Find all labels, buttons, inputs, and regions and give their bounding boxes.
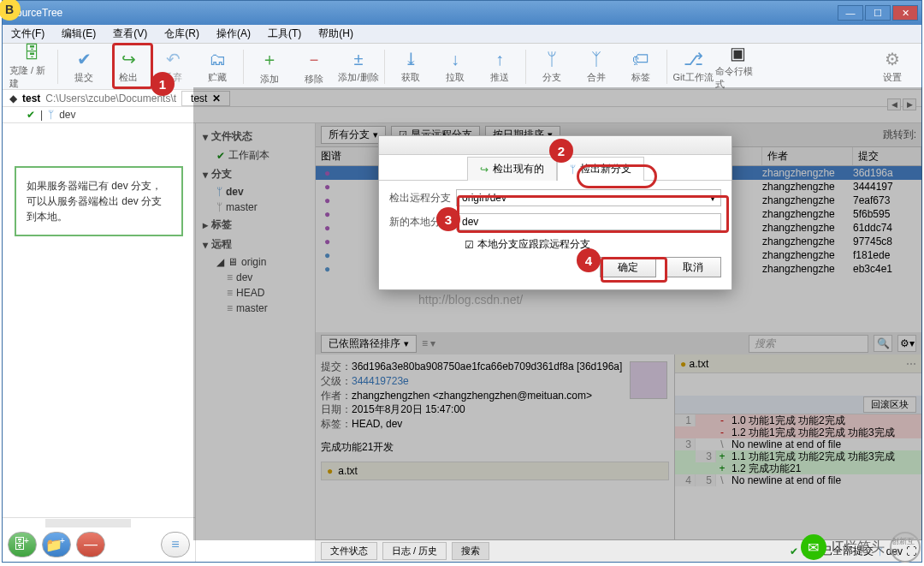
branch-icon: ᛘ (216, 186, 222, 198)
callout-3: 3 (436, 207, 460, 231)
addremove-icon: ± (354, 50, 364, 69)
terminal-button[interactable]: ▣命令行模式 (715, 45, 760, 88)
tree-filestatus[interactable]: ▾ 文件状态 (196, 127, 315, 146)
tree-branch-dev[interactable]: ᛘdev (196, 184, 315, 200)
close-tab-icon[interactable]: ✕ (212, 92, 221, 104)
file-icon: ● (680, 358, 686, 370)
check-icon: ✔ (27, 109, 35, 121)
undo-icon: ↶ (166, 49, 181, 69)
tab-loghistory[interactable]: 日志 / 历史 (382, 542, 447, 560)
branch-icon: ᛘ (570, 164, 576, 176)
branch-line: ✔ | ᛘ dev (3, 107, 921, 123)
branch-filter-dropdown[interactable]: 所有分支 ▾ (321, 126, 386, 144)
tree-tags[interactable]: ▸ 标签 (196, 215, 315, 235)
path-bar: ◆ test C:\Users\zcube\Documents\t test ✕ (3, 90, 921, 107)
tab-filestatus[interactable]: 文件状态 (321, 542, 377, 560)
tag-button[interactable]: 🏷标签 (619, 45, 663, 88)
more-icon[interactable]: ⋯ (906, 358, 916, 370)
merge-button[interactable]: ᛉ合并 (574, 45, 619, 88)
path-order-dropdown[interactable]: 已依照路径排序 ▾ (321, 335, 417, 353)
brand-logo: 创新互联 (890, 532, 921, 563)
local-branch-input[interactable]: dev (456, 213, 721, 230)
repo-tab-label: test (191, 92, 207, 104)
remove-button[interactable]: －移除 (292, 45, 336, 88)
menu-tools[interactable]: 工具(T) (263, 25, 306, 43)
tree-branches[interactable]: ▾ 分支 (196, 164, 315, 184)
branch-button[interactable]: ᛘ分支 (530, 45, 574, 88)
nav-back-icon[interactable]: ◀ (887, 98, 901, 110)
file-icon: ● (327, 465, 333, 477)
push-button[interactable]: ↑推送 (477, 45, 522, 88)
advisory-note: 如果服务器端已有 dev 分支，可以从服务器端检出 dev 分支到本地。 (15, 166, 183, 236)
menu-view[interactable]: 查看(V) (108, 25, 152, 43)
menu-edit[interactable]: 编辑(E) (56, 25, 101, 43)
commit-icon: ✔ (77, 49, 92, 69)
tab-checkout-existing[interactable]: ↪检出现有的 (467, 157, 557, 181)
titlebar: SourceTree — ☐ ✕ (3, 1, 921, 25)
sidebar-scrollbar[interactable] (3, 517, 195, 527)
callout-4: 4 (577, 248, 601, 272)
pull-button[interactable]: ↓拉取 (433, 45, 477, 88)
tab-search[interactable]: 搜索 (452, 542, 489, 560)
addremove-button[interactable]: ±添加/删除 (336, 45, 381, 88)
current-branch-label: dev (59, 109, 75, 121)
minimize-button[interactable]: — (838, 5, 863, 21)
stash-button[interactable]: 🗂贮藏 (195, 45, 240, 88)
rollback-chunk-button[interactable]: 回滚区块 (863, 396, 916, 413)
menu-file[interactable]: 文件(F) (6, 25, 50, 43)
menubar: 文件(F) 编辑(E) 查看(V) 仓库(R) 操作(A) 工具(T) 帮助(H… (3, 25, 921, 44)
changed-file-row[interactable]: ● a.txt (321, 462, 669, 480)
callout-2: 2 (549, 139, 573, 163)
add-button[interactable]: ＋添加 (247, 45, 292, 88)
menu-repo[interactable]: 仓库(R) (159, 25, 204, 43)
commit-hash: 36d196a3e80ba908750ae1fca66eb709d361df8a… (352, 360, 622, 372)
gitflow-button[interactable]: ⎇Git工作流 (671, 45, 715, 88)
col-author[interactable]: 作者 (762, 147, 853, 165)
add-folder-button[interactable]: 📁+ (42, 532, 71, 557)
add-repo-button[interactable]: 🗄+ (8, 532, 37, 557)
search-options-button[interactable]: 🔍 (874, 335, 892, 352)
remote-branch-select[interactable]: origin/dev▾ (456, 189, 721, 206)
col-commit[interactable]: 提交 (853, 147, 921, 165)
checkout-button[interactable]: ↪检出 (106, 45, 151, 88)
tree-remotes[interactable]: ▾ 远程 (196, 235, 315, 254)
terminal-icon: ▣ (730, 43, 746, 63)
repo-tab[interactable]: test ✕ (181, 91, 230, 106)
cancel-button[interactable]: 取消 (665, 257, 721, 277)
fetch-button[interactable]: ⤓获取 (388, 45, 433, 88)
commit-button[interactable]: ✔提交 (62, 45, 106, 88)
ok-button[interactable]: 确定 (600, 257, 656, 277)
equals-icon: ≡ ▾ (422, 337, 435, 349)
wechat-icon: ✉ (801, 534, 826, 560)
settings-button[interactable]: ⚙设置 (870, 45, 915, 88)
toolbar: 🗄克隆 / 新建 ✔提交 ↪检出 ↶丢弃 🗂贮藏 ＋添加 －移除 ±添加/删除 … (3, 44, 921, 90)
author-avatar (630, 361, 667, 399)
tree-branch-master[interactable]: ᛘmaster (196, 200, 315, 215)
search-input[interactable]: 搜索 (749, 335, 868, 353)
gitflow-icon: ⎇ (684, 49, 703, 69)
parent-hash-link[interactable]: 344419723e (352, 375, 409, 387)
close-button[interactable]: ✕ (892, 5, 918, 21)
tab-checkout-new[interactable]: ᛘ检出新分支 (557, 157, 644, 181)
diff-line: -1.2 功能1完成 功能2完成 功能3完成 (675, 426, 921, 438)
diff-file-name: a.txt (690, 358, 709, 370)
repo-diamond-icon: ◆ (9, 92, 17, 104)
tag-icon: 🏷 (632, 50, 649, 69)
tree-origin[interactable]: ◢ 🖥origin (196, 254, 315, 270)
list-toggle-button[interactable]: ≡ (161, 532, 190, 557)
menu-actions[interactable]: 操作(A) (211, 25, 256, 43)
tree-origin-master[interactable]: ≡master (196, 301, 315, 316)
tree-workingcopy[interactable]: ✔工作副本 (196, 146, 315, 164)
tree-origin-dev[interactable]: ≡dev (196, 270, 315, 285)
menu-help[interactable]: 帮助(H) (313, 25, 358, 43)
csdn-watermark: http://blog.csdn.net/ (418, 293, 523, 307)
nav-fwd-icon[interactable]: ▶ (903, 98, 916, 110)
clone-button[interactable]: 🗄克隆 / 新建 (9, 45, 54, 88)
tree-origin-head[interactable]: ≡HEAD (196, 285, 315, 301)
file-name: a.txt (338, 465, 358, 477)
check-icon: ✔ (216, 150, 225, 162)
checkout-icon: ↪ (480, 164, 489, 176)
maximize-button[interactable]: ☐ (865, 5, 891, 21)
delete-button[interactable]: — (76, 532, 105, 557)
view-gear-button[interactable]: ⚙▾ (897, 335, 916, 352)
